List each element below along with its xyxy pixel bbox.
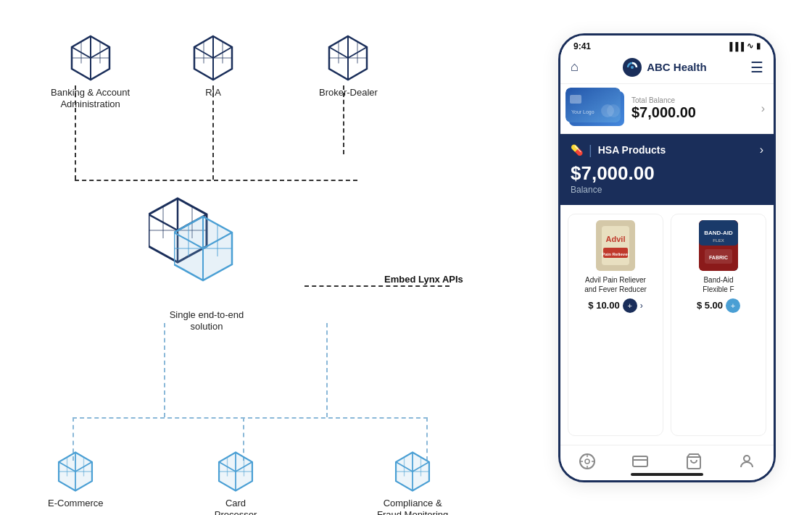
- cart-icon: +: [627, 301, 631, 310]
- logo-icon: [622, 57, 642, 78]
- main-container: Banking & AccountAdministration RIA: [7, 8, 805, 508]
- svg-point-70: [607, 104, 620, 117]
- hsa-header: 💊 | HSA Products ›: [571, 143, 763, 158]
- bandaid-svg: BAND-AID FLEX FABRIC: [699, 220, 738, 271]
- status-time: 9:41: [573, 41, 591, 51]
- app-name: ABC Health: [647, 61, 707, 73]
- svg-point-83: [585, 459, 589, 464]
- menu-icon[interactable]: ☰: [750, 59, 763, 76]
- svg-rect-72: [602, 226, 629, 265]
- bandaid-name: Band-AidFlexible F: [703, 275, 734, 294]
- svg-rect-67: [570, 95, 581, 104]
- hsa-section[interactable]: 💊 | HSA Products › $7,000.00 Balance: [560, 134, 774, 205]
- card-balance-label: Total Balance: [631, 96, 761, 104]
- card-section[interactable]: Your Logo Total Balance $7,000.00 ›: [560, 84, 774, 134]
- advil-product-card[interactable]: Advil Pain Reliever Advil Pain Relievera…: [568, 214, 663, 436]
- compliance-label: Compliance &Fraud Monitoring: [377, 498, 448, 516]
- cart-icon-2: +: [731, 301, 735, 310]
- status-icons: ▐▐▐ ∿ ▮: [727, 41, 761, 51]
- svg-text:BAND-AID: BAND-AID: [704, 230, 733, 236]
- advil-image: Advil Pain Reliever: [596, 220, 635, 271]
- status-bar: 9:41 ▐▐▐ ∿ ▮: [560, 35, 774, 53]
- home-icon[interactable]: ⌂: [571, 59, 579, 75]
- bandaid-price: $ 5.00: [697, 300, 723, 311]
- nav-card[interactable]: [631, 453, 649, 470]
- nav-explore[interactable]: [579, 453, 596, 470]
- ecommerce-node: E-Commerce: [48, 450, 104, 510]
- card-processor-label: CardProcessor: [215, 498, 257, 516]
- nav-bar: ⌂ ABC Health ☰: [560, 53, 774, 84]
- bandaid-price-row: $ 5.00 +: [697, 298, 740, 313]
- center-label: Single end-to-endsolution: [170, 309, 244, 334]
- svg-text:Pain Reliever: Pain Reliever: [602, 252, 629, 256]
- hsa-divider: |: [589, 143, 592, 158]
- svg-text:Your Logo: Your Logo: [571, 109, 594, 115]
- account-icon: [738, 453, 755, 470]
- ria-line-v: [212, 85, 214, 180]
- advil-name: Advil Pain Relieverand Fever Reducer: [584, 275, 647, 294]
- bandaid-image: BAND-AID FLEX FABRIC: [699, 220, 738, 271]
- card-balance-value: $7,000.00: [631, 104, 761, 121]
- svg-point-91: [744, 456, 750, 461]
- app-logo: ABC Health: [622, 57, 707, 78]
- compliance-node: Compliance &Fraud Monitoring: [377, 450, 448, 516]
- card-processor-node: CardProcessor: [214, 450, 257, 516]
- phone-wrapper: 9:41 ▐▐▐ ∿ ▮ ⌂ ABC: [551, 33, 783, 482]
- explore-icon: [579, 453, 596, 470]
- banking-label: Banking & AccountAdministration: [51, 87, 130, 112]
- nav-cart[interactable]: [685, 453, 703, 470]
- card-chevron-icon: ›: [761, 102, 765, 115]
- broker-label: Broker-Dealer: [319, 87, 378, 99]
- cart-nav-icon: [685, 453, 703, 470]
- diagram: Banking & AccountAdministration RIA: [29, 26, 551, 490]
- svg-text:FLEX: FLEX: [713, 238, 724, 243]
- advil-cart-button[interactable]: +: [623, 298, 637, 313]
- broker-node: Broker-Dealer: [319, 33, 378, 99]
- card-bg: Your Logo: [566, 88, 621, 122]
- banking-node: Banking & AccountAdministration: [51, 33, 130, 112]
- bandaid-cart-button[interactable]: +: [726, 298, 740, 313]
- advil-chevron-icon: ›: [640, 301, 643, 311]
- card-nav-icon: [631, 453, 649, 470]
- nav-account[interactable]: [738, 453, 755, 470]
- card-visual: Your Logo: [569, 91, 624, 126]
- top-h-line: [75, 180, 357, 181]
- bottom-h-line: [72, 417, 428, 419]
- advil-svg: Advil Pain Reliever: [596, 220, 635, 271]
- battery-icon: ▮: [756, 41, 761, 51]
- pill-icon: 💊: [571, 144, 583, 156]
- hsa-balance: $7,000.00: [571, 162, 763, 185]
- ecommerce-label: E-Commerce: [48, 498, 104, 510]
- svg-rect-88: [633, 456, 647, 466]
- home-indicator: [631, 473, 703, 476]
- hsa-title: HSA Products: [598, 144, 666, 156]
- center-left-v: [164, 323, 165, 417]
- hsa-chevron-icon: ›: [760, 143, 763, 156]
- bandaid-product-card[interactable]: BAND-AID FLEX FABRIC Band-AidFlexible F …: [671, 214, 766, 436]
- svg-text:FABRIC: FABRIC: [709, 255, 728, 260]
- svg-text:Advil: Advil: [606, 235, 626, 243]
- advil-price-row: $ 10.00 + ›: [588, 298, 642, 313]
- broker-line-v: [343, 85, 344, 154]
- center-node: Single end-to-endsolution: [149, 193, 265, 334]
- banking-line-v: [75, 85, 76, 180]
- advil-price: $ 10.00: [588, 300, 619, 311]
- phone: 9:41 ▐▐▐ ∿ ▮ ⌂ ABC: [558, 33, 776, 482]
- hsa-balance-label: Balance: [571, 185, 763, 195]
- center-right-v: [326, 323, 328, 417]
- embed-label: Embed Lynx APIs: [384, 274, 463, 285]
- svg-point-65: [631, 66, 634, 69]
- embed-line: [304, 285, 450, 287]
- wifi-icon: ∿: [747, 41, 753, 51]
- signal-icon: ▐▐▐: [727, 42, 744, 51]
- card-info: Total Balance $7,000.00: [624, 96, 761, 121]
- products-section: Advil Pain Reliever Advil Pain Relievera…: [560, 205, 774, 445]
- hsa-title-row: 💊 | HSA Products: [571, 143, 666, 158]
